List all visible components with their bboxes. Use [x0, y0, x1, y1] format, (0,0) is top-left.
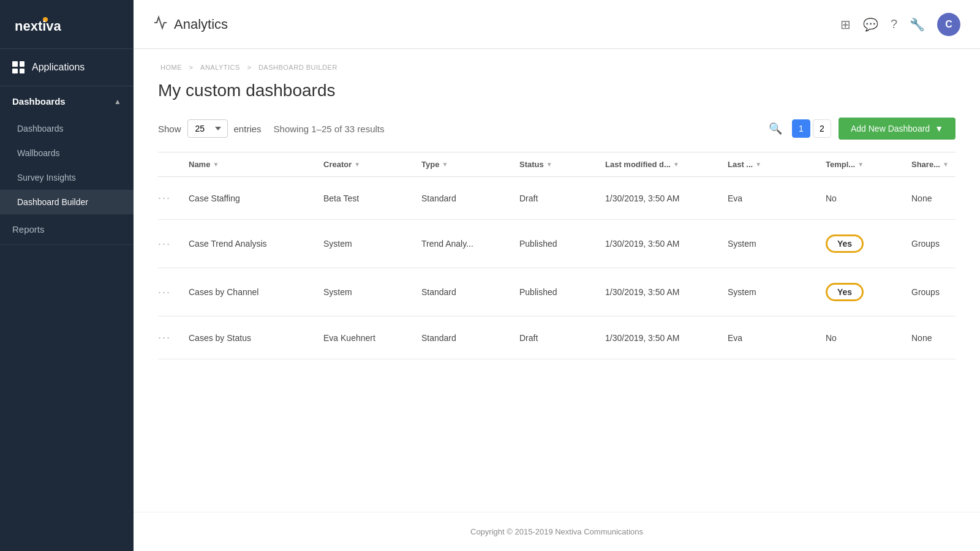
col-creator-label: Creator — [323, 160, 352, 169]
row1-template-value: No — [826, 193, 837, 203]
chat-icon[interactable]: 💬 — [863, 17, 878, 32]
footer: Copyright © 2015-2019 Nextiva Communicat… — [134, 512, 980, 551]
row3-template: Yes — [826, 283, 911, 301]
sort-status-icon: ▼ — [546, 161, 552, 168]
dashboards-section-title: Dashboards — [12, 96, 66, 107]
sidebar-item-survey-insights[interactable]: Survey Insights — [0, 165, 134, 190]
table-row: ··· Case Trend Analysis System Trend Ana… — [158, 220, 956, 268]
row4-menu[interactable]: ··· — [158, 331, 189, 344]
toolbar-right: 🔍 1 2 Add New Dashboard ▼ — [766, 118, 956, 140]
row1-modified: 1/30/2019, 3:50 AM — [605, 193, 728, 203]
row1-template: No — [826, 193, 911, 203]
row2-name: Case Trend Analysis — [189, 239, 323, 249]
sidebar-item-dashboards[interactable]: Dashboards — [0, 116, 134, 141]
chevron-up-icon: ▲ — [114, 97, 121, 106]
main-content: Analytics ⊞ 💬 ? 🔧 C HOME > ANALYTICS > D… — [134, 0, 980, 551]
breadcrumb-sep2: > — [247, 64, 253, 71]
row3-name: Cases by Channel — [189, 287, 323, 297]
svg-text:nextiva: nextiva — [15, 18, 62, 34]
row4-template: No — [826, 333, 911, 343]
table-row: ··· Cases by Status Eva Kuehnert Standar… — [158, 317, 956, 359]
row4-template-value: No — [826, 333, 837, 343]
sidebar: nextiva Applications Dashboards ▲ Dashbo… — [0, 0, 134, 551]
col-status-label: Status — [519, 160, 544, 169]
col-last-by[interactable]: Last ... ▼ — [728, 160, 826, 169]
add-dashboard-button[interactable]: Add New Dashboard ▼ — [839, 118, 956, 140]
pagination: 1 2 — [792, 119, 831, 138]
row1-type: Standard — [421, 193, 519, 203]
row4-modified: 1/30/2019, 3:50 AM — [605, 333, 728, 343]
sort-modified-icon: ▼ — [673, 161, 679, 168]
sidebar-item-dashboard-builder[interactable]: Dashboard Builder — [0, 190, 134, 214]
breadcrumb: HOME > ANALYTICS > DASHBOARD BUILDER — [158, 64, 956, 71]
sort-type-icon: ▼ — [442, 161, 448, 168]
row2-template: Yes — [826, 234, 911, 253]
table-row: ··· Case Staffing Beta Test Standard Dra… — [158, 177, 956, 220]
sidebar-item-wallboards[interactable]: Wallboards — [0, 141, 134, 165]
table-row: ··· Cases by Channel System Standard Pub… — [158, 268, 956, 317]
page-1-button[interactable]: 1 — [792, 119, 810, 138]
col-status[interactable]: Status ▼ — [519, 160, 605, 169]
avatar[interactable]: C — [937, 13, 960, 36]
top-header: Analytics ⊞ 💬 ? 🔧 C — [134, 0, 980, 49]
header-left: Analytics — [153, 15, 228, 34]
col-name[interactable]: Name ▼ — [189, 160, 323, 169]
row1-status: Draft — [519, 193, 605, 203]
grid-header-icon[interactable]: ⊞ — [840, 17, 851, 32]
breadcrumb-home[interactable]: HOME — [160, 64, 182, 71]
col-last-by-label: Last ... — [728, 160, 753, 169]
row4-name: Cases by Status — [189, 333, 323, 343]
col-last-modified[interactable]: Last modified d... ▼ — [605, 160, 728, 169]
col-shared-label: Share... — [911, 160, 940, 169]
row1-menu[interactable]: ··· — [158, 192, 189, 204]
col-type[interactable]: Type ▼ — [421, 160, 519, 169]
row3-shared: Groups — [911, 287, 980, 297]
row3-status: Published — [519, 287, 605, 297]
show-label: Show — [158, 124, 181, 134]
col-shared[interactable]: Share... ▼ — [911, 160, 980, 169]
col-menu — [158, 160, 189, 169]
row1-lastby: Eva — [728, 193, 826, 203]
row4-shared: None — [911, 333, 980, 343]
row1-shared: None — [911, 193, 980, 203]
table-header: Name ▼ Creator ▼ Type ▼ Status ▼ Last mo… — [158, 152, 956, 177]
breadcrumb-sep1: > — [189, 64, 195, 71]
sidebar-item-reports[interactable]: Reports — [0, 214, 134, 245]
analytics-icon — [153, 15, 168, 34]
row1-name: Case Staffing — [189, 193, 323, 203]
row2-menu-dots[interactable]: ··· — [158, 238, 171, 250]
search-button[interactable]: 🔍 — [766, 119, 785, 138]
entries-label: entries — [234, 124, 262, 134]
page-title: My custom dashboards — [158, 81, 956, 100]
entries-select[interactable]: 25 50 100 — [187, 119, 228, 138]
row3-menu-dots[interactable]: ··· — [158, 286, 171, 298]
content-area: HOME > ANALYTICS > DASHBOARD BUILDER My … — [134, 49, 980, 512]
nextiva-logo: nextiva — [15, 13, 82, 36]
applications-button[interactable]: Applications — [0, 49, 134, 86]
breadcrumb-dashboard-builder[interactable]: DASHBOARD BUILDER — [258, 64, 337, 71]
dashboards-section-header[interactable]: Dashboards ▲ — [0, 86, 134, 116]
row2-creator: System — [323, 239, 421, 249]
dashboards-section: Dashboards ▲ Dashboards Wallboards Surve… — [0, 86, 134, 214]
sort-creator-icon: ▼ — [354, 161, 360, 168]
help-icon[interactable]: ? — [891, 17, 897, 31]
row4-lastby: Eva — [728, 333, 826, 343]
row3-menu[interactable]: ··· — [158, 286, 189, 299]
breadcrumb-analytics[interactable]: ANALYTICS — [200, 64, 240, 71]
row4-creator: Eva Kuehnert — [323, 333, 421, 343]
col-template[interactable]: Templ... ▼ — [826, 160, 911, 169]
settings-icon[interactable]: 🔧 — [910, 17, 925, 32]
row2-shared: Groups — [911, 239, 980, 249]
row1-menu-dots[interactable]: ··· — [158, 192, 171, 204]
col-template-label: Templ... — [826, 160, 855, 169]
col-creator[interactable]: Creator ▼ — [323, 160, 421, 169]
results-label: Showing 1–25 of 33 results — [274, 124, 385, 134]
sort-shared-icon: ▼ — [943, 161, 949, 168]
row4-menu-dots[interactable]: ··· — [158, 331, 171, 343]
grid-icon — [12, 61, 24, 73]
col-type-label: Type — [421, 160, 439, 169]
page-2-button[interactable]: 2 — [813, 119, 831, 138]
add-dashboard-label: Add New Dashboard — [851, 124, 930, 133]
logo-area: nextiva — [0, 0, 134, 49]
row2-menu[interactable]: ··· — [158, 238, 189, 250]
